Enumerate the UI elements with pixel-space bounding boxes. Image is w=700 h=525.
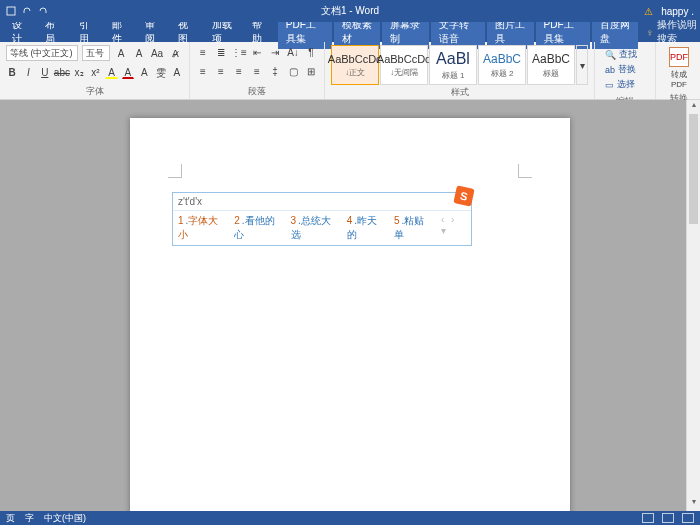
line-spacing-button[interactable]: ‡ [268, 65, 282, 79]
status-language[interactable]: 中文(中国) [44, 512, 86, 525]
warning-icon: ⚠ [644, 6, 653, 17]
save-icon[interactable] [6, 6, 16, 16]
group-font-label: 字体 [6, 84, 183, 98]
ime-panel: z't'd'x S 1.字体大小 2.看他的心 3.总统大选 4.昨天的 5.粘… [172, 192, 472, 246]
strike-button[interactable]: abc [55, 66, 69, 80]
show-marks-button[interactable]: ¶ [304, 45, 318, 59]
group-styles-label: 样式 [331, 85, 588, 99]
ime-candidate[interactable]: 3.总统大选 [291, 214, 337, 242]
redo-icon[interactable] [38, 6, 48, 16]
view-print-button[interactable] [662, 513, 674, 523]
indent-dec-button[interactable]: ⇤ [250, 45, 264, 59]
quick-access-toolbar [0, 6, 48, 16]
style-title[interactable]: AaBbC标题 [527, 45, 575, 85]
style-heading1[interactable]: AaBl标题 1 [429, 45, 477, 85]
ribbon: 等线 (中文正文) 五号 A A Aa A̷ B I U abc x₂ x² A… [0, 42, 700, 100]
multilevel-button[interactable]: ⋮≡ [232, 45, 246, 59]
ime-candidate[interactable]: 4.昨天的 [347, 214, 384, 242]
style-normal[interactable]: AaBbCcDd↓正文 [331, 45, 379, 85]
underline-button[interactable]: U [39, 66, 51, 80]
cursor-icon: ▭ [605, 80, 614, 90]
ime-input: z't'd'x S [173, 193, 471, 211]
find-button[interactable]: 🔍查找 [605, 48, 645, 61]
ime-candidates: 1.字体大小 2.看他的心 3.总统大选 4.昨天的 5.粘贴单 ‹ › ▾ [173, 211, 471, 245]
document-title: 文档1 - Word [321, 4, 379, 18]
align-left-button[interactable]: ≡ [196, 65, 210, 79]
group-paragraph: ≡ ≣ ⋮≡ ⇤ ⇥ A↓ ¶ ≡ ≡ ≡ ≡ ‡ ▢ ⊞ 段落 [190, 42, 325, 99]
replace-button[interactable]: ab替换 [605, 63, 645, 76]
lightbulb-icon: ♀ [646, 27, 654, 38]
superscript-button[interactable]: x² [89, 66, 101, 80]
page[interactable]: z't'd'x S 1.字体大小 2.看他的心 3.总统大选 4.昨天的 5.粘… [130, 118, 570, 511]
pdf-icon: PDF [669, 47, 689, 67]
justify-button[interactable]: ≡ [250, 65, 264, 79]
sogou-logo-icon: S [453, 185, 474, 206]
margin-mark [518, 164, 532, 178]
group-convert: PDF 转成 PDF 转换 [656, 42, 700, 99]
highlight-button[interactable]: A [105, 67, 117, 79]
ime-candidate[interactable]: 5.粘贴单 [394, 214, 431, 242]
scroll-up-icon[interactable]: ▴ [687, 100, 700, 114]
status-page[interactable]: 页 [6, 512, 15, 525]
replace-icon: ab [605, 65, 615, 75]
grow-font-button[interactable]: A [114, 46, 128, 60]
font-name-combo[interactable]: 等线 (中文正文) [6, 45, 78, 61]
tell-me-search[interactable]: ♀ 操作说明搜索 [646, 18, 700, 46]
group-font: 等线 (中文正文) 五号 A A Aa A̷ B I U abc x₂ x² A… [0, 42, 190, 99]
undo-icon[interactable] [22, 6, 32, 16]
group-styles: AaBbCcDd↓正文 AaBbCcDd↓无间隔 AaBl标题 1 AaBbC标… [325, 42, 595, 99]
clear-format-button[interactable]: A̷ [168, 46, 182, 60]
font-color-button[interactable]: A [122, 67, 134, 79]
scroll-thumb[interactable] [689, 114, 698, 224]
margin-mark [168, 164, 182, 178]
select-button[interactable]: ▭选择 [605, 78, 645, 91]
ime-nav[interactable]: ‹ › ▾ [441, 214, 466, 242]
ribbon-tabs: 设计 布局 引用 邮件 审阅 视图 加载项 帮助 PDF工具集 模板素材 屏幕录… [0, 22, 700, 42]
font-size-combo[interactable]: 五号 [82, 45, 110, 61]
ime-candidate[interactable]: 2.看他的心 [234, 214, 280, 242]
style-nospacing[interactable]: AaBbCcDd↓无间隔 [380, 45, 428, 85]
ime-candidate[interactable]: 1.字体大小 [178, 214, 224, 242]
align-right-button[interactable]: ≡ [232, 65, 246, 79]
convert-pdf-button[interactable]: PDF 转成 PDF [662, 45, 696, 91]
shrink-font-button[interactable]: A [132, 46, 146, 60]
subscript-button[interactable]: x₂ [73, 66, 85, 80]
borders-button[interactable]: ⊞ [304, 65, 318, 79]
scroll-down-icon[interactable]: ▾ [687, 497, 700, 511]
bullets-button[interactable]: ≡ [196, 45, 210, 59]
title-bar: 文档1 - Word ⚠ happy . [0, 0, 700, 22]
text-effects-button[interactable]: A [138, 66, 150, 80]
change-case-button[interactable]: Aa [150, 46, 164, 60]
indent-inc-button[interactable]: ⇥ [268, 45, 282, 59]
vertical-scrollbar[interactable]: ▴ ▾ [686, 100, 700, 511]
view-read-button[interactable] [642, 513, 654, 523]
numbering-button[interactable]: ≣ [214, 45, 228, 59]
status-bar: 页 字 中文(中国) [0, 511, 700, 525]
styles-more-button[interactable]: ▾ [576, 45, 588, 85]
tell-me-label: 操作说明搜索 [657, 18, 700, 46]
status-words[interactable]: 字 [25, 512, 34, 525]
document-area: z't'd'x S 1.字体大小 2.看他的心 3.总统大选 4.昨天的 5.粘… [0, 100, 700, 511]
sort-button[interactable]: A↓ [286, 45, 300, 59]
char-border-button[interactable]: A [171, 66, 183, 80]
bold-button[interactable]: B [6, 66, 18, 80]
style-heading2[interactable]: AaBbC标题 2 [478, 45, 526, 85]
shading-button[interactable]: ▢ [286, 65, 300, 79]
italic-button[interactable]: I [22, 66, 34, 80]
user-name[interactable]: happy . [661, 6, 694, 17]
align-center-button[interactable]: ≡ [214, 65, 228, 79]
svg-rect-0 [7, 7, 15, 15]
group-editing: 🔍查找 ab替换 ▭选择 编辑 [595, 42, 656, 99]
view-web-button[interactable] [682, 513, 694, 523]
group-para-label: 段落 [196, 84, 318, 98]
search-icon: 🔍 [605, 50, 616, 60]
phonetic-button[interactable]: 雯 [154, 66, 166, 80]
